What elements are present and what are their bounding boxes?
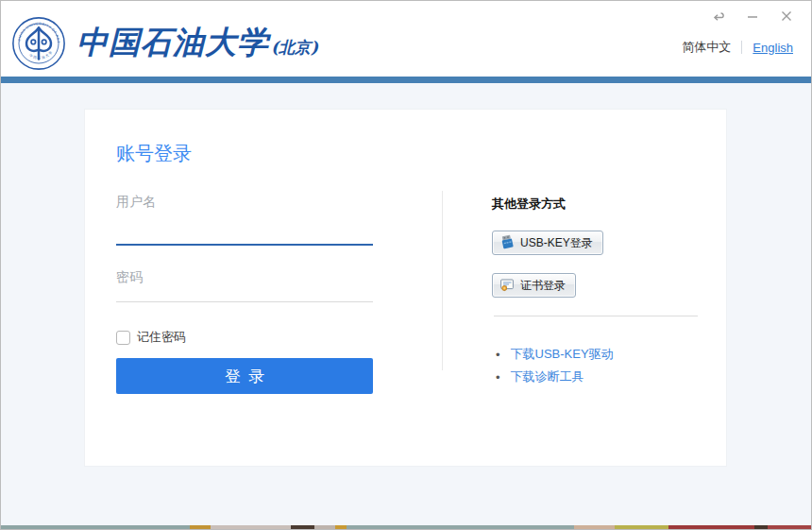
list-item: 下载诊断工具 — [496, 368, 614, 385]
vertical-divider — [442, 191, 443, 370]
header-accent-bar — [1, 77, 811, 83]
app-window: CHINA UNIVERSITY OF PETROLEUM 中国石油大学 中国石… — [0, 0, 812, 530]
page-title: 账号登录 — [116, 141, 192, 166]
minimize-icon[interactable] — [743, 7, 762, 26]
login-button[interactable]: 登录 — [116, 358, 373, 394]
certificate-login-button[interactable]: 证书登录 — [492, 273, 576, 298]
download-diagnostic-tool-link[interactable]: 下载诊断工具 — [511, 368, 584, 385]
username-underline — [116, 244, 373, 246]
header: CHINA UNIVERSITY OF PETROLEUM 中国石油大学 中国石… — [1, 1, 811, 77]
download-usbkey-driver-link[interactable]: 下载USB-KEY驱动 — [511, 346, 614, 363]
language-switcher: 简体中文 English — [682, 39, 793, 56]
other-login-title: 其他登录方式 — [492, 196, 566, 213]
university-name-main: 中国石油大学 — [76, 22, 269, 64]
certificate-icon — [499, 277, 515, 295]
lang-english-link[interactable]: English — [753, 41, 793, 55]
remember-password-checkbox[interactable] — [116, 331, 130, 345]
remember-password-row: 记住密码 — [116, 329, 186, 346]
certificate-login-label: 证书登录 — [520, 278, 566, 294]
window-controls — [709, 7, 796, 26]
remember-password-label: 记住密码 — [137, 329, 186, 346]
password-underline — [116, 301, 373, 302]
bottom-photo-sliver — [1, 525, 811, 529]
university-name: 中国石油大学 (北京) — [76, 22, 318, 64]
undo-arrow-icon[interactable] — [709, 7, 728, 26]
usb-key-login-label: USB-KEY登录 — [520, 235, 593, 251]
university-name-suffix: (北京) — [271, 37, 318, 59]
usb-key-icon — [499, 234, 515, 252]
list-item: 下载USB-KEY驱动 — [496, 346, 614, 363]
lang-divider — [741, 41, 742, 54]
password-input[interactable] — [116, 263, 373, 291]
usb-key-login-button[interactable]: USB-KEY登录 — [492, 231, 603, 255]
lang-chinese[interactable]: 简体中文 — [682, 39, 731, 56]
horizontal-divider — [494, 316, 698, 316]
download-links: 下载USB-KEY驱动 下载诊断工具 — [496, 346, 614, 391]
university-logo: CHINA UNIVERSITY OF PETROLEUM 中国石油大学 — [11, 16, 66, 71]
username-input[interactable] — [116, 187, 373, 215]
login-card: 账号登录 记住密码 登录 其他登录方式 — [84, 109, 727, 467]
close-icon[interactable] — [777, 7, 796, 26]
